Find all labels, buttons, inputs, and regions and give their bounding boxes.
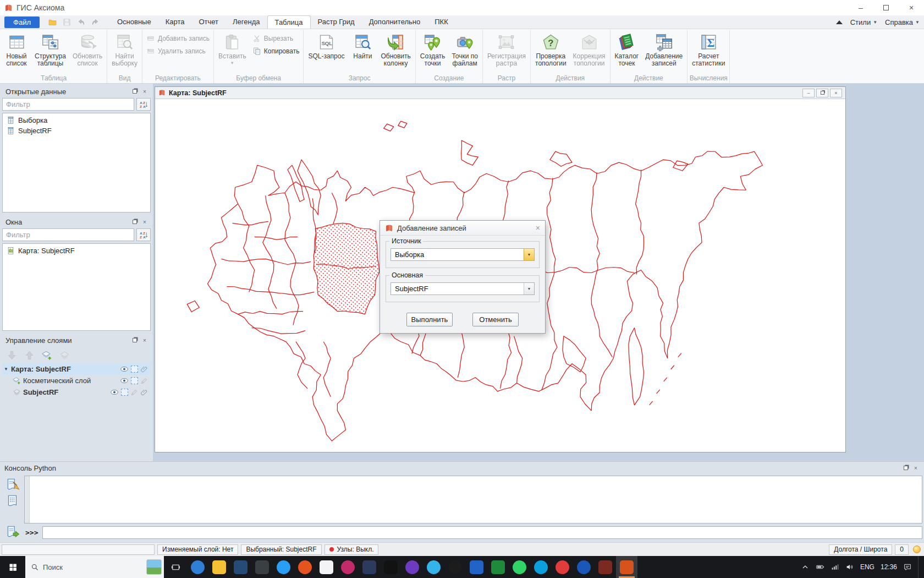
panel-close-button[interactable]: ×: [141, 337, 148, 344]
edit-pencil-icon[interactable]: [130, 389, 138, 396]
start-button[interactable]: [0, 556, 25, 578]
help-menu[interactable]: Справка▼: [885, 18, 920, 26]
search-thumbnail[interactable]: [146, 559, 162, 575]
list-item-map-subjectrf[interactable]: Карта: SubjectRF: [3, 246, 150, 256]
panel-close-button[interactable]: ×: [912, 465, 920, 472]
taskbar-app-music-black[interactable]: [380, 556, 402, 578]
taskbar-app-edge[interactable]: [187, 556, 208, 578]
run-script-button[interactable]: [4, 524, 21, 540]
dialog-titlebar[interactable]: Добавление записей ×: [380, 221, 545, 236]
add-record-button[interactable]: Добавить запись: [144, 34, 212, 43]
language-indicator[interactable]: ENG: [860, 563, 875, 571]
raster-registration-button[interactable]: Регистрация растра: [484, 30, 529, 74]
visibility-eye-icon[interactable]: [110, 389, 119, 395]
statistics-button[interactable]: Расчет статистики: [689, 30, 728, 74]
taskbar-app-document[interactable]: [316, 556, 337, 578]
layers-tree[interactable]: ▼ Карта: SubjectRF Косметический слой: [2, 363, 151, 459]
visibility-eye-icon[interactable]: [120, 366, 129, 372]
opened-data-filter-input[interactable]: [2, 98, 134, 111]
network-icon[interactable]: [831, 563, 839, 571]
taskbar-app-purple[interactable]: [402, 556, 423, 578]
map-window-titlebar[interactable]: Карта: SubjectRF – ×: [155, 87, 845, 99]
target-value[interactable]: [391, 283, 524, 295]
sort-button[interactable]: [136, 228, 151, 241]
cut-button[interactable]: Вырезать: [250, 34, 302, 43]
taskbar-app-explorer[interactable]: [208, 556, 230, 578]
taskbar-search[interactable]: [25, 556, 164, 578]
selection-box-icon[interactable]: [121, 389, 128, 396]
sort-button[interactable]: [136, 98, 151, 111]
status-globe-icon[interactable]: [913, 546, 921, 553]
selection-box-icon[interactable]: [131, 377, 138, 384]
target-combobox[interactable]: ▼: [391, 282, 535, 295]
panel-close-button[interactable]: ×: [141, 88, 148, 95]
find-button[interactable]: Найти: [348, 30, 377, 74]
tab-rastr-grid[interactable]: Растр Грид: [311, 15, 362, 29]
tab-pkk[interactable]: ПКК: [427, 15, 455, 29]
clear-console-button[interactable]: [4, 476, 21, 493]
tab-dopolnitelno[interactable]: Дополнительно: [362, 15, 428, 29]
show-desktop-button[interactable]: [918, 556, 921, 578]
topology-check-button[interactable]: Проверка топологии: [532, 30, 570, 74]
console-log-button[interactable]: [4, 493, 21, 509]
tab-karta[interactable]: Карта: [158, 15, 192, 29]
layer-move-up-button[interactable]: [23, 349, 35, 361]
tab-otchet[interactable]: Отчет: [191, 15, 226, 29]
table-structure-button[interactable]: Структура таблицы: [31, 30, 69, 74]
undo-button[interactable]: [75, 17, 87, 28]
points-by-files-button[interactable]: Точки по файлам: [448, 30, 481, 74]
redo-button[interactable]: [89, 17, 101, 28]
visibility-eye-icon[interactable]: [120, 378, 129, 384]
notifications-icon[interactable]: [903, 563, 912, 571]
add-layer-button[interactable]: [41, 349, 53, 361]
panel-float-button[interactable]: [131, 219, 139, 226]
taskbar-app-red-ball[interactable]: [552, 556, 573, 578]
taskbar-app-orange-ball[interactable]: [294, 556, 316, 578]
taskbar-app-magenta[interactable]: [337, 556, 359, 578]
find-selection-button[interactable]: Найти выборку: [108, 30, 141, 74]
layer-row-cosmetic[interactable]: Косметический слой: [2, 375, 151, 386]
search-input[interactable]: [43, 563, 142, 571]
status-coords-mode[interactable]: Долгота / Широта: [829, 544, 892, 555]
points-catalog-button[interactable]: Каталог точек: [612, 30, 642, 74]
tab-osnovnye[interactable]: Основные: [110, 15, 158, 29]
delete-record-button[interactable]: Удалить запись: [144, 47, 212, 56]
save-button[interactable]: [61, 17, 73, 28]
layer-properties-button[interactable]: [58, 349, 70, 361]
copy-button[interactable]: Копировать: [250, 47, 302, 56]
minimize-button[interactable]: –: [848, 0, 873, 15]
panel-float-button[interactable]: [902, 465, 910, 472]
source-combobox[interactable]: ▼: [391, 248, 535, 261]
console-output[interactable]: [24, 476, 922, 524]
sql-query-button[interactable]: SQL-запрос: [305, 30, 348, 74]
console-input[interactable]: [42, 526, 922, 539]
styles-menu[interactable]: Стили▼: [850, 18, 877, 26]
panel-close-button[interactable]: ×: [141, 219, 148, 226]
panel-float-button[interactable]: [131, 337, 139, 344]
dropdown-arrow-icon[interactable]: ▼: [524, 249, 534, 260]
selection-box-icon[interactable]: [131, 366, 138, 373]
paperclip-icon[interactable]: [140, 389, 148, 396]
taskbar-app-maroon[interactable]: [595, 556, 616, 578]
update-column-button[interactable]: Обновить колонку: [377, 30, 414, 74]
map-minimize-button[interactable]: –: [802, 89, 815, 97]
create-points-button[interactable]: Создать точки: [417, 30, 449, 74]
tray-chevron-up-icon[interactable]: [801, 563, 810, 571]
taskbar-app-sky-blue[interactable]: [530, 556, 552, 578]
taskbar-app-app-navy[interactable]: [230, 556, 251, 578]
windows-list[interactable]: Карта: SubjectRF: [2, 243, 151, 331]
layer-row-subjectrf[interactable]: SubjectRF: [2, 386, 151, 398]
battery-icon[interactable]: [816, 563, 824, 571]
dialog-close-icon[interactable]: ×: [536, 223, 540, 232]
restore-button[interactable]: [873, 0, 899, 15]
panel-float-button[interactable]: [131, 88, 139, 95]
cancel-button[interactable]: Отменить: [472, 313, 519, 326]
taskbar-app-light-blue[interactable]: [423, 556, 444, 578]
list-item-subjectrf[interactable]: SubjectRF: [3, 126, 150, 136]
refresh-list-button[interactable]: Обновить список: [69, 30, 106, 74]
taskbar-app-blue-square[interactable]: [466, 556, 487, 578]
list-item-vyborka[interactable]: Выборка: [3, 115, 150, 126]
taskbar-app-globe-blue[interactable]: [273, 556, 294, 578]
topology-correction-button[interactable]: Коррекция топологии: [570, 30, 609, 74]
tab-legenda[interactable]: Легенда: [226, 15, 267, 29]
